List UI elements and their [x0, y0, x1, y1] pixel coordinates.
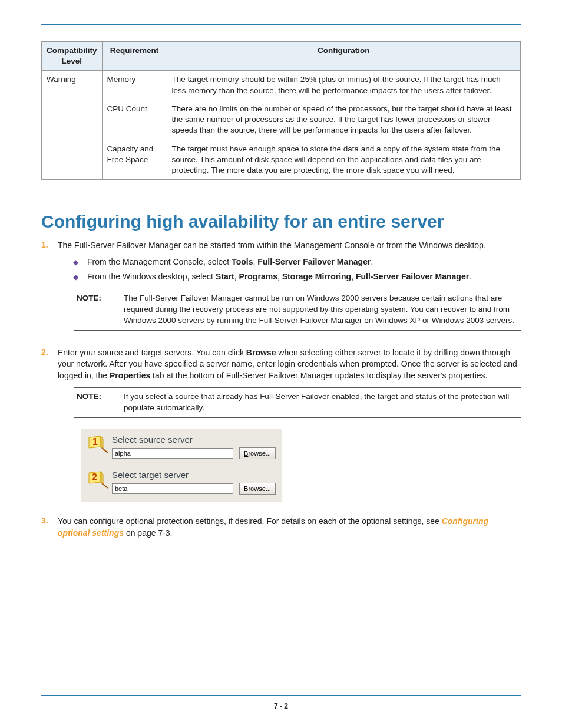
diamond-icon: ◆	[73, 271, 87, 282]
note-box: NOTE: If you select a source that alread…	[74, 387, 521, 418]
step-number: 1.	[41, 240, 58, 249]
td-cfg: There are no limits on the number or spe…	[167, 100, 520, 140]
browse-target-button[interactable]: Browse...	[239, 483, 276, 495]
step-number: 3.	[41, 516, 58, 525]
table-row: CPU Count There are no limits on the num…	[42, 100, 521, 140]
source-server-input[interactable]	[112, 448, 233, 459]
server-selector-panel: 1 Select source server Browse...	[81, 429, 282, 502]
section-heading: Configuring high availability for an ent…	[41, 212, 521, 232]
bullet-text: From the Management Console, select Tool…	[87, 256, 373, 268]
step1-icon: 1	[86, 433, 112, 457]
bottom-rule	[41, 695, 521, 696]
td-cfg: The target must have enough space to sto…	[167, 140, 520, 180]
svg-text:1: 1	[92, 437, 98, 447]
td-cfg: The target memory should be within 25% (…	[167, 71, 520, 100]
td-req: CPU Count	[102, 100, 167, 140]
step-body: You can configure optional protection se…	[58, 516, 521, 539]
page-number: 7 - 2	[0, 702, 562, 710]
diamond-icon: ◆	[73, 256, 87, 268]
table-row: Capacity and Free Space The target must …	[42, 140, 521, 180]
top-rule	[41, 24, 521, 25]
step-body: The Full-Server Failover Manager can be …	[58, 240, 521, 341]
step-body: Enter your source and target servers. Yo…	[58, 347, 521, 510]
svg-text:2: 2	[92, 472, 97, 482]
step-text: The Full-Server Failover Manager can be …	[58, 241, 486, 250]
note-label: NOTE:	[77, 293, 124, 304]
target-server-input[interactable]	[112, 483, 233, 494]
td-req: Capacity and Free Space	[102, 140, 167, 180]
note-box: NOTE: The Full-Server Failover Manager c…	[74, 289, 521, 331]
th-req: Requirement	[102, 42, 167, 71]
step-number: 2.	[41, 347, 58, 357]
table-row: Warning Memory The target memory should …	[42, 71, 521, 100]
step-text: Enter your source and target servers. Yo…	[58, 348, 517, 380]
browse-source-button[interactable]: Browse...	[239, 447, 276, 459]
compat-table: Compatibility Level Requirement Configur…	[41, 41, 521, 180]
th-level: Compatibility Level	[42, 42, 103, 71]
step2-icon: 2	[86, 469, 112, 492]
th-cfg: Configuration	[167, 42, 520, 71]
target-server-label: Select target server	[112, 469, 276, 481]
td-req: Memory	[102, 71, 167, 100]
note-content: The Full-Server Failover Manager cannot …	[124, 293, 518, 327]
source-server-label: Select source server	[112, 433, 276, 446]
td-level: Warning	[42, 71, 103, 180]
note-content: If you select a source that already has …	[124, 391, 518, 414]
bullet-text: From the Windows desktop, select Start, …	[87, 271, 471, 283]
note-label: NOTE:	[77, 391, 124, 403]
